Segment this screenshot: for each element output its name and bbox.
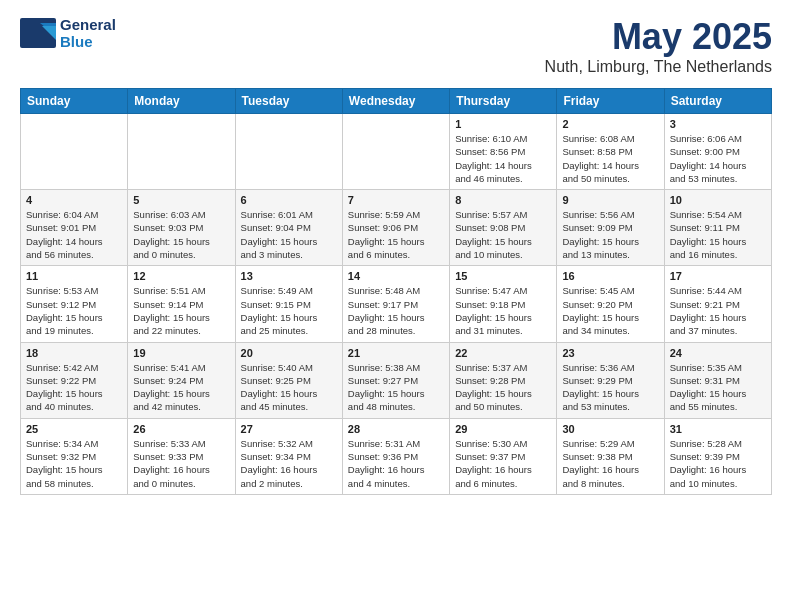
calendar-cell: 3Sunrise: 6:06 AM Sunset: 9:00 PM Daylig… — [664, 114, 771, 190]
page-header: General Blue May 2025 Nuth, Limburg, The… — [20, 16, 772, 76]
day-number: 20 — [241, 347, 337, 359]
day-number: 15 — [455, 270, 551, 282]
header-wednesday: Wednesday — [342, 89, 449, 114]
header-monday: Monday — [128, 89, 235, 114]
calendar-cell: 4Sunrise: 6:04 AM Sunset: 9:01 PM Daylig… — [21, 190, 128, 266]
title-block: May 2025 Nuth, Limburg, The Netherlands — [545, 16, 772, 76]
day-info: Sunrise: 6:04 AM Sunset: 9:01 PM Dayligh… — [26, 208, 122, 261]
calendar-cell — [342, 114, 449, 190]
calendar-cell: 6Sunrise: 6:01 AM Sunset: 9:04 PM Daylig… — [235, 190, 342, 266]
week-row-4: 18Sunrise: 5:42 AM Sunset: 9:22 PM Dayli… — [21, 342, 772, 418]
day-info: Sunrise: 5:40 AM Sunset: 9:25 PM Dayligh… — [241, 361, 337, 414]
header-tuesday: Tuesday — [235, 89, 342, 114]
calendar-cell: 19Sunrise: 5:41 AM Sunset: 9:24 PM Dayli… — [128, 342, 235, 418]
day-info: Sunrise: 6:08 AM Sunset: 8:58 PM Dayligh… — [562, 132, 658, 185]
header-friday: Friday — [557, 89, 664, 114]
month-title: May 2025 — [545, 16, 772, 58]
day-number: 29 — [455, 423, 551, 435]
day-number: 1 — [455, 118, 551, 130]
week-row-2: 4Sunrise: 6:04 AM Sunset: 9:01 PM Daylig… — [21, 190, 772, 266]
day-info: Sunrise: 5:38 AM Sunset: 9:27 PM Dayligh… — [348, 361, 444, 414]
calendar-cell: 10Sunrise: 5:54 AM Sunset: 9:11 PM Dayli… — [664, 190, 771, 266]
day-info: Sunrise: 5:48 AM Sunset: 9:17 PM Dayligh… — [348, 284, 444, 337]
calendar-cell: 30Sunrise: 5:29 AM Sunset: 9:38 PM Dayli… — [557, 418, 664, 494]
day-info: Sunrise: 6:10 AM Sunset: 8:56 PM Dayligh… — [455, 132, 551, 185]
calendar-cell: 2Sunrise: 6:08 AM Sunset: 8:58 PM Daylig… — [557, 114, 664, 190]
day-info: Sunrise: 5:34 AM Sunset: 9:32 PM Dayligh… — [26, 437, 122, 490]
day-info: Sunrise: 5:33 AM Sunset: 9:33 PM Dayligh… — [133, 437, 229, 490]
calendar-cell: 1Sunrise: 6:10 AM Sunset: 8:56 PM Daylig… — [450, 114, 557, 190]
day-info: Sunrise: 5:59 AM Sunset: 9:06 PM Dayligh… — [348, 208, 444, 261]
day-number: 22 — [455, 347, 551, 359]
day-number: 9 — [562, 194, 658, 206]
calendar-cell: 17Sunrise: 5:44 AM Sunset: 9:21 PM Dayli… — [664, 266, 771, 342]
location-subtitle: Nuth, Limburg, The Netherlands — [545, 58, 772, 76]
day-number: 27 — [241, 423, 337, 435]
calendar-cell: 8Sunrise: 5:57 AM Sunset: 9:08 PM Daylig… — [450, 190, 557, 266]
day-number: 2 — [562, 118, 658, 130]
week-row-5: 25Sunrise: 5:34 AM Sunset: 9:32 PM Dayli… — [21, 418, 772, 494]
week-row-3: 11Sunrise: 5:53 AM Sunset: 9:12 PM Dayli… — [21, 266, 772, 342]
day-info: Sunrise: 6:06 AM Sunset: 9:00 PM Dayligh… — [670, 132, 766, 185]
calendar-cell: 9Sunrise: 5:56 AM Sunset: 9:09 PM Daylig… — [557, 190, 664, 266]
day-number: 11 — [26, 270, 122, 282]
day-info: Sunrise: 5:54 AM Sunset: 9:11 PM Dayligh… — [670, 208, 766, 261]
calendar-cell — [21, 114, 128, 190]
calendar-cell: 7Sunrise: 5:59 AM Sunset: 9:06 PM Daylig… — [342, 190, 449, 266]
day-info: Sunrise: 5:44 AM Sunset: 9:21 PM Dayligh… — [670, 284, 766, 337]
calendar-cell: 15Sunrise: 5:47 AM Sunset: 9:18 PM Dayli… — [450, 266, 557, 342]
day-info: Sunrise: 5:42 AM Sunset: 9:22 PM Dayligh… — [26, 361, 122, 414]
day-number: 13 — [241, 270, 337, 282]
day-number: 31 — [670, 423, 766, 435]
day-number: 14 — [348, 270, 444, 282]
day-number: 25 — [26, 423, 122, 435]
day-number: 7 — [348, 194, 444, 206]
day-info: Sunrise: 5:47 AM Sunset: 9:18 PM Dayligh… — [455, 284, 551, 337]
calendar-cell: 13Sunrise: 5:49 AM Sunset: 9:15 PM Dayli… — [235, 266, 342, 342]
day-info: Sunrise: 6:01 AM Sunset: 9:04 PM Dayligh… — [241, 208, 337, 261]
day-number: 21 — [348, 347, 444, 359]
day-number: 28 — [348, 423, 444, 435]
day-info: Sunrise: 5:28 AM Sunset: 9:39 PM Dayligh… — [670, 437, 766, 490]
calendar-cell: 22Sunrise: 5:37 AM Sunset: 9:28 PM Dayli… — [450, 342, 557, 418]
day-info: Sunrise: 5:41 AM Sunset: 9:24 PM Dayligh… — [133, 361, 229, 414]
day-info: Sunrise: 5:53 AM Sunset: 9:12 PM Dayligh… — [26, 284, 122, 337]
day-info: Sunrise: 5:45 AM Sunset: 9:20 PM Dayligh… — [562, 284, 658, 337]
day-number: 4 — [26, 194, 122, 206]
day-info: Sunrise: 5:49 AM Sunset: 9:15 PM Dayligh… — [241, 284, 337, 337]
calendar-cell: 31Sunrise: 5:28 AM Sunset: 9:39 PM Dayli… — [664, 418, 771, 494]
week-row-1: 1Sunrise: 6:10 AM Sunset: 8:56 PM Daylig… — [21, 114, 772, 190]
header-thursday: Thursday — [450, 89, 557, 114]
header-saturday: Saturday — [664, 89, 771, 114]
day-number: 8 — [455, 194, 551, 206]
calendar-cell: 26Sunrise: 5:33 AM Sunset: 9:33 PM Dayli… — [128, 418, 235, 494]
calendar-cell: 25Sunrise: 5:34 AM Sunset: 9:32 PM Dayli… — [21, 418, 128, 494]
logo-icon — [20, 18, 56, 48]
calendar-cell: 20Sunrise: 5:40 AM Sunset: 9:25 PM Dayli… — [235, 342, 342, 418]
calendar-cell: 12Sunrise: 5:51 AM Sunset: 9:14 PM Dayli… — [128, 266, 235, 342]
calendar-cell: 14Sunrise: 5:48 AM Sunset: 9:17 PM Dayli… — [342, 266, 449, 342]
day-number: 30 — [562, 423, 658, 435]
calendar-cell: 18Sunrise: 5:42 AM Sunset: 9:22 PM Dayli… — [21, 342, 128, 418]
day-info: Sunrise: 5:36 AM Sunset: 9:29 PM Dayligh… — [562, 361, 658, 414]
day-number: 3 — [670, 118, 766, 130]
day-number: 6 — [241, 194, 337, 206]
day-number: 16 — [562, 270, 658, 282]
calendar-cell — [235, 114, 342, 190]
calendar-cell: 24Sunrise: 5:35 AM Sunset: 9:31 PM Dayli… — [664, 342, 771, 418]
calendar-cell: 11Sunrise: 5:53 AM Sunset: 9:12 PM Dayli… — [21, 266, 128, 342]
logo-text: General Blue — [60, 16, 116, 50]
day-info: Sunrise: 5:56 AM Sunset: 9:09 PM Dayligh… — [562, 208, 658, 261]
calendar-cell — [128, 114, 235, 190]
day-info: Sunrise: 5:57 AM Sunset: 9:08 PM Dayligh… — [455, 208, 551, 261]
header-sunday: Sunday — [21, 89, 128, 114]
calendar-cell: 5Sunrise: 6:03 AM Sunset: 9:03 PM Daylig… — [128, 190, 235, 266]
day-number: 5 — [133, 194, 229, 206]
calendar-cell: 29Sunrise: 5:30 AM Sunset: 9:37 PM Dayli… — [450, 418, 557, 494]
day-info: Sunrise: 5:29 AM Sunset: 9:38 PM Dayligh… — [562, 437, 658, 490]
day-info: Sunrise: 5:35 AM Sunset: 9:31 PM Dayligh… — [670, 361, 766, 414]
calendar-cell: 28Sunrise: 5:31 AM Sunset: 9:36 PM Dayli… — [342, 418, 449, 494]
day-info: Sunrise: 5:31 AM Sunset: 9:36 PM Dayligh… — [348, 437, 444, 490]
day-info: Sunrise: 5:51 AM Sunset: 9:14 PM Dayligh… — [133, 284, 229, 337]
calendar-cell: 21Sunrise: 5:38 AM Sunset: 9:27 PM Dayli… — [342, 342, 449, 418]
